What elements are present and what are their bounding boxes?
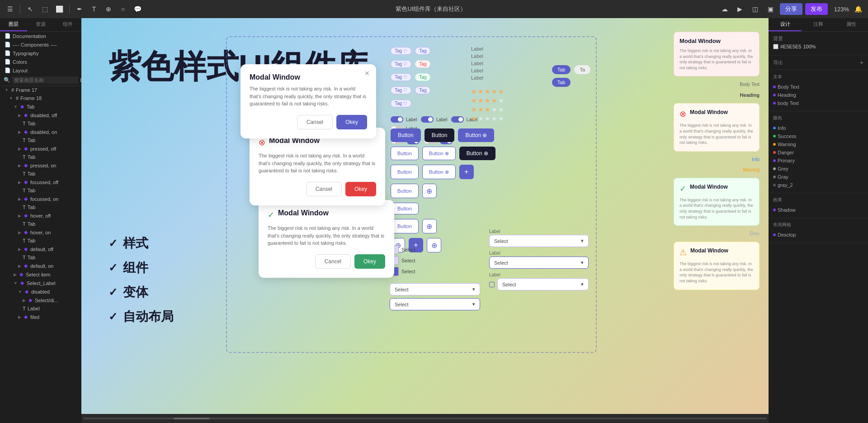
star-2[interactable]: ★	[478, 88, 484, 95]
btn-icon-outline-1[interactable]: ⊕	[422, 184, 437, 198]
filter-icon[interactable]: ⊟	[80, 77, 81, 83]
tag-6[interactable]: Tag	[415, 73, 430, 81]
effect-shadow-item[interactable]: Shadow	[773, 206, 863, 214]
crop-icon[interactable]: ⬜	[53, 3, 66, 15]
star-13[interactable]: ★	[485, 106, 491, 113]
select-dropdown-1[interactable]: Select ▾	[390, 283, 480, 295]
frame-icon[interactable]: ⬚	[38, 3, 51, 15]
tag-1[interactable]: Tag ♡	[391, 47, 411, 55]
star-20[interactable]: ★	[498, 115, 504, 122]
hover-on[interactable]: ▶ ◆ hover, on	[0, 228, 81, 237]
tag-3[interactable]: Tag ♡	[391, 60, 411, 68]
tab-item-3[interactable]: T Tab	[0, 153, 81, 161]
btn-outline-6[interactable]: Button	[391, 203, 419, 214]
star-15[interactable]: ★	[498, 106, 504, 113]
modal-ok-btn-1[interactable]: Okey	[336, 115, 367, 129]
cloud-icon[interactable]: ☁	[718, 3, 731, 15]
tag-2[interactable]: Tag	[415, 47, 430, 55]
rpt-props[interactable]: 属性	[835, 18, 868, 31]
star-12[interactable]: ★	[478, 106, 484, 113]
tab-pill-1[interactable]: Tab	[552, 65, 571, 74]
btn-outline-7[interactable]: Button	[391, 219, 419, 233]
focussed-off[interactable]: ▶ ◆ focussed, off	[0, 178, 81, 186]
tag-8[interactable]: Tag	[415, 86, 430, 94]
pen-icon[interactable]: ✒	[73, 3, 86, 15]
tag-5[interactable]: Tag ♡	[391, 73, 411, 81]
filed-item[interactable]: ▶ ◆ filed	[0, 313, 81, 321]
star-19[interactable]: ★	[491, 115, 497, 122]
toggle-track-1[interactable]	[391, 116, 403, 123]
star-4[interactable]: ★	[491, 88, 497, 95]
select-dropdown-2[interactable]: Select ▾	[390, 298, 480, 310]
tab-pill-3[interactable]: Tab	[552, 78, 571, 87]
btn-outline-1[interactable]: Button	[391, 147, 419, 160]
export-add-button[interactable]: +	[860, 59, 863, 66]
tab-item-4[interactable]: T Tab	[0, 170, 81, 178]
notification-icon[interactable]: 🔔	[852, 3, 864, 15]
btn-outline-3[interactable]: Button	[391, 165, 419, 179]
star-9[interactable]: ★	[491, 97, 497, 104]
pressed-off[interactable]: ▶ ◆ pressed, off	[0, 144, 81, 153]
btn-icon-outline-2[interactable]: ⊕	[422, 219, 437, 233]
select-item[interactable]: ▶ ◆ Select item	[0, 270, 81, 279]
toggle-track-2[interactable]	[421, 116, 434, 123]
btn-primary-2[interactable]: Button ⊕	[458, 128, 494, 142]
star-17[interactable]: ★	[478, 115, 484, 122]
hover-off[interactable]: ▶ ◆ hover, off	[0, 211, 81, 220]
background-color-swatch[interactable]	[773, 44, 778, 49]
modal-cancel-btn-3[interactable]: Cancel	[315, 254, 351, 269]
modal-cancel-btn-1[interactable]: Cansel	[297, 115, 333, 129]
tab-group[interactable]: ▼ ◆ Tab	[0, 102, 81, 111]
publish-button[interactable]: 发布	[805, 3, 828, 15]
tab-item-6[interactable]: T Tab	[0, 203, 81, 211]
color-success-item[interactable]: Success	[773, 132, 863, 140]
tab-item-2[interactable]: T Tab	[0, 136, 81, 144]
modal-close-1[interactable]: ✕	[364, 70, 370, 77]
text-heading-item[interactable]: Heading	[773, 91, 863, 99]
play-icon[interactable]: ▶	[734, 3, 746, 15]
star-6[interactable]: ★	[471, 97, 477, 104]
pressed-on[interactable]: ▶ ◆ pressed, on	[0, 161, 81, 170]
star-8[interactable]: ★	[485, 97, 491, 104]
default-off[interactable]: ▶ ◆ default, off	[0, 245, 81, 253]
btn-outline-2[interactable]: Button ⊕	[422, 147, 456, 160]
color-gray2-item[interactable]: gray_2	[773, 181, 863, 189]
layout-desctop-item[interactable]: Desctop	[773, 231, 863, 239]
tab-item-7[interactable]: T Tab	[0, 220, 81, 228]
sidebar-item-components[interactable]: 📄 ---- Components ----	[0, 40, 81, 49]
checkbox-1[interactable]	[489, 282, 495, 287]
sidebar-item-layout[interactable]: 📄 Layout	[0, 66, 81, 75]
label-item[interactable]: T Label	[0, 304, 81, 313]
star-10[interactable]: ★	[498, 97, 504, 104]
star-3[interactable]: ★	[485, 88, 491, 95]
select-di-item[interactable]: ▶ ◆ Select/di...	[0, 296, 81, 304]
text-icon[interactable]: T	[88, 3, 100, 15]
btn-outline-4[interactable]: Button ⊕	[422, 165, 456, 179]
frame-18-item[interactable]: ▼ # Frame 18	[0, 94, 81, 102]
toggle-track-3[interactable]	[451, 116, 464, 123]
modal-ok-btn-3[interactable]: Okey	[354, 254, 385, 269]
disabled-on[interactable]: ▶ ◆ disabled, on	[0, 128, 81, 136]
btn-icon-1[interactable]: +	[459, 165, 474, 179]
rpt-annotate[interactable]: 注释	[802, 18, 835, 31]
star-18[interactable]: ★	[485, 115, 491, 122]
star-14[interactable]: ★	[491, 106, 497, 113]
color-info-item[interactable]: Info	[773, 124, 863, 132]
circle-icon[interactable]: ○	[117, 3, 129, 15]
focussed-on[interactable]: ▶ ◆ focussed, on	[0, 195, 81, 203]
default-on[interactable]: ▶ ◆ default, on	[0, 261, 81, 270]
sidebar-item-typography[interactable]: 📄 Typography	[0, 49, 81, 57]
tag-9[interactable]: Tag ♡	[391, 100, 411, 107]
modal-cancel-btn-2[interactable]: Cansel	[306, 182, 342, 196]
star-16[interactable]: ★	[471, 115, 477, 122]
color-warning-item[interactable]: Warning	[773, 140, 863, 148]
present-icon[interactable]: ▣	[764, 3, 777, 15]
tab-item-5[interactable]: T Tab	[0, 186, 81, 195]
scroll-thumb[interactable]	[174, 418, 210, 419]
color-primary-item[interactable]: Primary	[773, 157, 863, 165]
color-grey-item[interactable]: Grey	[773, 165, 863, 173]
btn-dark-2[interactable]: Button ⊕	[459, 147, 495, 160]
disabled-item[interactable]: ▼ ◆ disabled	[0, 287, 81, 296]
chat-icon[interactable]: 💬	[131, 3, 144, 15]
sidebar-item-colors[interactable]: 📄 Colors	[0, 57, 81, 66]
